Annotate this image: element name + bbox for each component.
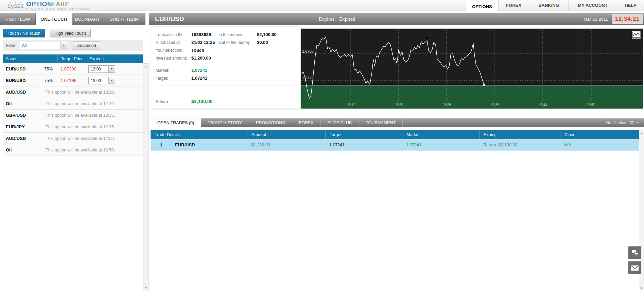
col-amount: Amount (247, 130, 325, 139)
col-trade-details: Trade Details (151, 130, 247, 139)
tab-forex[interactable]: FOREX (292, 118, 321, 127)
scroll-down-icon[interactable]: ▼ (639, 285, 644, 291)
asset-name: AUD/USD (3, 90, 46, 95)
date-label: Mar 31 2015 (584, 17, 608, 22)
trade-amount: $1,200.00 (247, 143, 325, 147)
filter-label: Filter (6, 43, 16, 48)
assets-table: Asset Target Price Expires EUR/USD 75% 1… (3, 54, 143, 156)
download-icon[interactable] (159, 142, 164, 148)
support-buttons (628, 246, 641, 274)
nav-tab-forex[interactable]: FOREX (498, 0, 529, 11)
asset-name: Oil (3, 101, 46, 106)
instrument-bar: EUR/USD Expires:Expired Mar 31 2015 12:3… (149, 13, 644, 25)
chat-icon (631, 249, 639, 256)
asset-payout: 75% (40, 78, 57, 83)
asset-name: EUR/JPY (3, 124, 46, 129)
tab-open-trades[interactable]: OPEN TRADES (0) (151, 118, 201, 127)
instrument-symbol: EUR/USD (155, 15, 184, 23)
high-yield-touch-button[interactable]: High Yield Touch (50, 29, 91, 37)
notifications-dropdown[interactable]: Notifications (0) ▼ (606, 118, 644, 127)
assets-panel: Touch / No Touch High Yield Touch Filter… (0, 25, 149, 291)
expiry-value: 13:00 (89, 78, 108, 83)
chevron-down-icon[interactable]: ▼ (60, 42, 67, 49)
trade-details-card: Transaction ID: 10393626 In the money $2… (151, 27, 300, 109)
asset-name: Oil (3, 147, 46, 152)
price-chart: 12:1212:2012:2812:3612:4412:511.07301.07… (301, 29, 643, 109)
asset-target-price: 1.07300 (57, 66, 86, 71)
nav-tab-help[interactable]: HELP (617, 0, 644, 11)
tab-short-term[interactable]: SHORT TERM (103, 13, 145, 25)
asset-row-pending[interactable]: EUR/JPY This option will be available at… (3, 121, 143, 133)
col-market: Market (402, 130, 479, 139)
live-chat-button[interactable] (628, 246, 641, 259)
svg-text:12:28: 12:28 (442, 103, 451, 107)
scroll-up-icon[interactable]: ▲ (143, 64, 149, 69)
open-trades-header: Trade Details Amount Target Market Expir… (151, 130, 639, 139)
filter-select[interactable]: All ▼ (20, 42, 67, 49)
purchased-at-label: Purchased at: (156, 40, 181, 45)
optionfair-logo: ★ ★ ★ CySEC OPTIONFAIR® BINARY OPTIONS T… (7, 0, 91, 12)
filter-bar: Filter All ▼ Advanced (3, 40, 143, 51)
in-money-value: $2,100.00 (257, 32, 277, 37)
expiry-select[interactable]: 13:00 ▼ (88, 65, 115, 73)
expiry-select[interactable]: 13:00 ▼ (88, 77, 115, 84)
chevron-down-icon[interactable]: ▼ (108, 66, 115, 72)
out-money-label: Out of the money (219, 40, 250, 45)
nav-tab-options[interactable]: OPTIONS (466, 0, 498, 13)
col-expiry: Expiry (479, 130, 560, 139)
scroll-up-icon[interactable]: ▲ (639, 130, 644, 136)
tab-high-low[interactable]: HIGH / LOW (0, 13, 36, 25)
col-expires: Expires (86, 54, 119, 63)
asset-row-eurusd-1[interactable]: EUR/USD 75% 1.07300 13:00 ▼ (3, 63, 143, 75)
selection-value: Touch (191, 48, 204, 53)
scroll-down-icon[interactable]: ▼ (143, 285, 149, 291)
transaction-id-value: 10393626 (191, 32, 211, 37)
assets-table-header: Asset Target Price Expires (3, 54, 143, 63)
svg-text:12:20: 12:20 (394, 103, 403, 107)
tab-elite-club[interactable]: ELITE CLUB (321, 118, 359, 127)
open-trade-row[interactable]: EUR/USD $1,200.00 1.07241 1.07241 Return… (151, 139, 639, 151)
trade-expiry: Return: $2,100.00 (479, 143, 560, 147)
nav-tab-my-account[interactable]: MY ACCOUNT (568, 0, 617, 11)
tab-one-touch[interactable]: ONE TOUCH (36, 13, 72, 25)
open-trades-table: Trade Details Amount Target Market Expir… (151, 130, 639, 151)
asset-row-pending[interactable]: AUD/USD This option will be available at… (3, 86, 143, 98)
asset-row-eurusd-2[interactable]: EUR/USD 75% 1.07186 13:00 ▼ (3, 75, 143, 86)
col-target-price: Target Price (57, 54, 86, 63)
chevron-down-icon[interactable]: ▼ (108, 77, 115, 84)
svg-text:1.0730: 1.0730 (302, 49, 314, 53)
notifications-label: Notifications (0) (606, 120, 634, 125)
invested-label: Invested amount: (156, 56, 187, 61)
target-label: Target: (156, 76, 168, 81)
tab-tournament[interactable]: TOURNAMENT (359, 118, 403, 127)
nav-tab-banking[interactable]: BANKING (529, 0, 568, 11)
asset-row-pending[interactable]: AUD/USD This option will be available at… (3, 133, 143, 144)
svg-text:1.0725: 1.0725 (302, 76, 314, 80)
tab-trade-history[interactable]: TRADE HISTORY (201, 118, 249, 127)
divider (156, 65, 295, 65)
email-button[interactable] (628, 261, 641, 274)
tab-promotions[interactable]: PROMOTIONS (249, 118, 292, 127)
svg-text:12:12: 12:12 (346, 103, 355, 107)
trade-asset: EUR/USD (175, 142, 195, 147)
asset-row-pending[interactable]: Oil This option will be available at 12:… (3, 144, 143, 156)
asset-payout: 75% (40, 67, 57, 71)
in-money-label: In the money (219, 32, 242, 37)
tab-boundary[interactable]: BOUNDARY (72, 13, 103, 25)
line-chart-icon (632, 31, 640, 38)
asset-name: AUD/USD (3, 136, 46, 141)
chart-style-button[interactable] (632, 31, 641, 39)
assets-scrollbar[interactable]: ▲ ▼ (143, 63, 149, 291)
purchased-at-value: 31/03 12:25 (191, 40, 215, 45)
trade-close: N/A (560, 143, 639, 147)
top-bar: ★ ★ ★ CySEC OPTIONFAIR® BINARY OPTIONS T… (0, 0, 644, 11)
advanced-button[interactable]: Advanced (73, 41, 100, 50)
asset-row-pending[interactable]: GBP/USD This option will be available at… (3, 110, 143, 121)
top-nav: OPTIONS FOREX BANKING MY ACCOUNT HELP (466, 0, 644, 13)
brand-tagline: BINARY OPTIONS TRADING (26, 7, 90, 12)
filter-selected-value: All (20, 43, 60, 48)
asset-row-pending[interactable]: Oil This option will be available at 12:… (3, 98, 143, 110)
cysec-label: CySEC (7, 3, 24, 9)
svg-text:12:51: 12:51 (587, 103, 596, 107)
touch-no-touch-button[interactable]: Touch / No Touch (3, 29, 45, 37)
